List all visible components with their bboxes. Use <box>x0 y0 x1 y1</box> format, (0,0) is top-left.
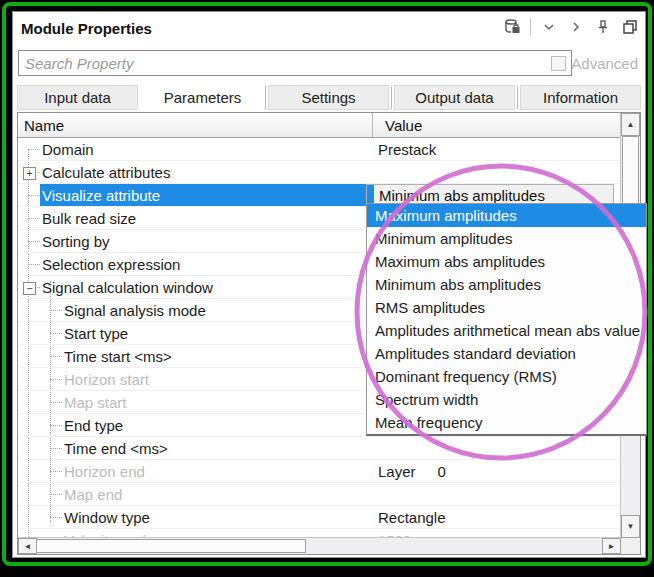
tab-label: Settings <box>301 89 355 106</box>
property-name: Sorting by <box>40 230 366 252</box>
property-value: Rectangle <box>378 509 446 526</box>
table-row[interactable]: Map end <box>18 483 621 506</box>
database-lock-icon[interactable] <box>503 18 521 36</box>
property-name-cell[interactable]: Map start <box>18 391 366 413</box>
tab-separator <box>517 86 518 109</box>
tab-output-data[interactable]: Output data <box>394 85 515 110</box>
property-name: Start type <box>40 322 366 344</box>
property-name: Time end <ms> <box>40 437 366 459</box>
property-name-cell[interactable]: Horizon end <box>18 460 366 482</box>
tab-label: Output data <box>415 89 493 106</box>
table-row[interactable]: + Calculate attributes <box>18 161 621 184</box>
property-name: Time start <ms> <box>40 345 366 367</box>
property-value-extra: 0 <box>438 463 446 480</box>
dropdown-item[interactable]: Minimum abs amplitudes <box>367 273 646 296</box>
property-name-cell[interactable]: Calculate attributes <box>18 161 366 183</box>
dropdown-item[interactable]: Amplitudes standard deviation <box>367 342 646 365</box>
tab-label: Input data <box>44 89 111 106</box>
property-name: Signal analysis mode <box>40 299 366 321</box>
scroll-left-button[interactable]: ◄ <box>18 538 37 554</box>
table-row[interactable]: Domain Prestack <box>18 138 621 161</box>
tab-settings[interactable]: Settings <box>268 85 389 110</box>
property-name: Velocity <m/s> <box>40 529 366 538</box>
page-title: Module Properties <box>21 20 152 37</box>
property-name-cell[interactable]: Time start <ms> <box>18 345 366 367</box>
property-value-cell[interactable] <box>366 483 621 505</box>
visualize-attribute-dropdown: Maximum amplitudesMinimum amplitudesMaxi… <box>366 203 647 436</box>
property-name-cell[interactable]: Signal analysis mode <box>18 299 366 321</box>
tree-expander[interactable]: + <box>23 167 36 180</box>
property-name-cell[interactable]: Selection expression <box>18 253 366 275</box>
combo-value: Minimum abs amplitudes <box>374 187 545 204</box>
expander-glyph: − <box>26 284 32 293</box>
checkbox-box-icon[interactable] <box>551 56 566 71</box>
property-name: Map end <box>40 483 366 505</box>
tab-information[interactable]: Information <box>520 85 641 110</box>
chevron-down-icon[interactable] <box>540 18 558 36</box>
table-row[interactable]: Time end <ms> <box>18 437 621 460</box>
property-name: Window type <box>40 506 366 528</box>
titlebar: Module Properties <box>13 12 645 45</box>
property-value-cell[interactable]: Rectangle <box>366 506 621 528</box>
tab-separator <box>265 86 266 109</box>
property-name-cell[interactable]: Signal calculation window <box>18 276 366 298</box>
property-name-cell[interactable]: Window type <box>18 506 366 528</box>
property-name-cell[interactable]: Bulk read size <box>18 207 366 229</box>
advanced-checkbox[interactable]: Advanced <box>551 55 638 72</box>
dropdown-item[interactable]: Minimum amplitudes <box>367 227 646 250</box>
pin-icon[interactable] <box>594 18 612 36</box>
property-name: Horizon end <box>40 460 366 482</box>
property-name: Bulk read size <box>40 207 366 229</box>
property-value: Layer <box>378 463 416 480</box>
table-row[interactable]: Window type Rectangle <box>18 506 621 529</box>
column-header-name[interactable]: Name <box>18 113 373 137</box>
search-input[interactable] <box>18 50 572 76</box>
scroll-right-button[interactable]: ► <box>602 538 621 554</box>
titlebar-separator <box>530 18 531 36</box>
dropdown-item[interactable]: Spectrum width <box>367 388 646 411</box>
scrollbar-corner <box>621 538 640 554</box>
property-name: End type <box>40 414 366 436</box>
horizontal-scroll-thumb[interactable] <box>36 539 306 553</box>
tree-expander[interactable]: − <box>23 282 36 295</box>
property-name: Map start <box>40 391 366 413</box>
tab-parameters[interactable]: Parameters <box>142 85 263 110</box>
scroll-down-button[interactable]: ▼ <box>621 515 640 538</box>
property-name: Selection expression <box>40 253 366 275</box>
property-value-cell[interactable] <box>366 437 621 459</box>
grid-header: Name Value <box>18 113 621 138</box>
property-value: Prestack <box>378 141 436 158</box>
property-name-cell[interactable]: Horizon start <box>18 368 366 390</box>
property-value-cell[interactable]: Layer 0 <box>366 460 621 482</box>
property-name-cell[interactable]: Time end <ms> <box>18 437 366 459</box>
scroll-up-button[interactable]: ▲ <box>621 113 640 136</box>
dropdown-item[interactable]: RMS amplitudes <box>367 296 646 319</box>
property-name: Visualize attribute <box>40 184 366 206</box>
dropdown-item[interactable]: Dominant frequency (RMS) <box>367 365 646 388</box>
horizontal-scrollbar[interactable]: ◄ ► <box>18 537 621 554</box>
dropdown-item[interactable]: Mean frequency <box>367 411 646 434</box>
dropdown-item[interactable]: Maximum amplitudes <box>367 204 646 227</box>
property-value-cell[interactable] <box>366 161 621 183</box>
property-name: Signal calculation window <box>40 276 366 298</box>
property-name-cell[interactable]: Start type <box>18 322 366 344</box>
tab-input-data[interactable]: Input data <box>17 85 138 110</box>
table-row[interactable]: Horizon end Layer 0 <box>18 460 621 483</box>
property-name-cell[interactable]: End type <box>18 414 366 436</box>
module-properties-panel: Module Properties <box>12 11 646 558</box>
cascade-windows-icon[interactable] <box>621 18 639 36</box>
tab-label: Information <box>543 89 618 106</box>
tab-bar: Input dataParametersSettingsOutput dataI… <box>15 84 643 111</box>
dropdown-item[interactable]: Amplitudes arithmetical mean abs value <box>367 319 646 342</box>
property-name-cell[interactable]: Domain <box>18 138 366 160</box>
property-value-cell[interactable]: Prestack <box>366 138 621 160</box>
search-row: Advanced <box>13 49 645 79</box>
property-name-cell[interactable]: Velocity <m/s> <box>18 529 366 538</box>
dropdown-item[interactable]: Maximum abs amplitudes <box>367 250 646 273</box>
property-name-cell[interactable]: Sorting by <box>18 230 366 252</box>
property-name-cell[interactable]: Visualize attribute <box>18 184 366 206</box>
property-name: Domain <box>40 138 366 160</box>
property-name-cell[interactable]: Map end <box>18 483 366 505</box>
chevron-right-icon[interactable] <box>567 18 585 36</box>
column-header-value[interactable]: Value <box>373 113 621 137</box>
